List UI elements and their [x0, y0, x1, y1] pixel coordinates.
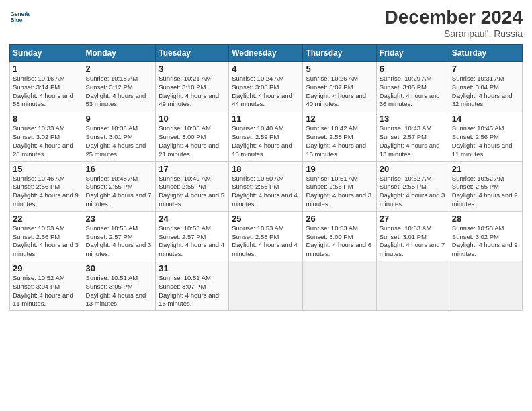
day-info: Sunrise: 10:36 AM Sunset: 3:01 PM Daylig… [86, 124, 153, 158]
day-info: Sunrise: 10:53 AM Sunset: 2:56 PM Daylig… [13, 224, 80, 259]
table-row: 10Sunrise: 10:38 AM Sunset: 3:00 PM Dayl… [156, 111, 229, 161]
day-number: 11 [232, 113, 300, 124]
day-number: 16 [86, 164, 153, 174]
day-number: 25 [232, 214, 300, 224]
day-info: Sunrise: 10:16 AM Sunset: 3:14 PM Daylig… [13, 75, 80, 109]
day-info: Sunrise: 10:46 AM Sunset: 2:56 PM Daylig… [13, 175, 80, 209]
day-number: 21 [452, 164, 519, 174]
table-row: 15Sunrise: 10:46 AM Sunset: 2:56 PM Dayl… [10, 161, 83, 211]
table-row: 20Sunrise: 10:52 AM Sunset: 2:55 PM Dayl… [376, 161, 449, 211]
day-info: Sunrise: 10:53 AM Sunset: 3:02 PM Daylig… [452, 224, 519, 259]
header-wednesday: Wednesday [229, 45, 303, 62]
table-row: 1Sunrise: 10:16 AM Sunset: 3:14 PM Dayli… [10, 62, 83, 111]
title-block: December 2024 Saranpaul', Russia [385, 7, 523, 39]
table-row: 16Sunrise: 10:48 AM Sunset: 2:55 PM Dayl… [83, 161, 156, 211]
day-info: Sunrise: 10:52 AM Sunset: 2:55 PM Daylig… [452, 175, 519, 209]
table-row: 13Sunrise: 10:43 AM Sunset: 2:57 PM Dayl… [376, 111, 449, 161]
header-monday: Monday [83, 45, 156, 62]
day-number: 2 [86, 64, 153, 74]
table-row: 12Sunrise: 10:42 AM Sunset: 2:58 PM Dayl… [303, 111, 376, 161]
day-info: Sunrise: 10:18 AM Sunset: 3:12 PM Daylig… [86, 75, 153, 109]
day-info: Sunrise: 10:21 AM Sunset: 3:10 PM Daylig… [159, 75, 226, 109]
table-row: 9Sunrise: 10:36 AM Sunset: 3:01 PM Dayli… [83, 111, 156, 161]
day-number: 31 [159, 263, 226, 273]
table-row: 8Sunrise: 10:33 AM Sunset: 3:02 PM Dayli… [10, 111, 83, 161]
day-number: 12 [306, 113, 373, 124]
day-number: 20 [380, 164, 446, 174]
day-info: Sunrise: 10:52 AM Sunset: 2:55 PM Daylig… [380, 175, 446, 209]
day-info: Sunrise: 10:42 AM Sunset: 2:58 PM Daylig… [306, 124, 373, 158]
table-row: 17Sunrise: 10:49 AM Sunset: 2:55 PM Dayl… [156, 161, 229, 211]
day-info: Sunrise: 10:51 AM Sunset: 2:55 PM Daylig… [306, 175, 373, 209]
day-info: Sunrise: 10:45 AM Sunset: 2:56 PM Daylig… [452, 124, 519, 158]
header-tuesday: Tuesday [156, 45, 229, 62]
page-container: General Blue December 2024 Saranpaul', R… [0, 0, 532, 318]
day-number: 22 [13, 214, 80, 224]
day-number: 6 [380, 64, 446, 74]
table-row: 2Sunrise: 10:18 AM Sunset: 3:12 PM Dayli… [83, 62, 156, 111]
header-thursday: Thursday [303, 45, 376, 62]
table-row [376, 261, 449, 311]
logo-icon: General Blue [9, 7, 30, 27]
day-info: Sunrise: 10:52 AM Sunset: 3:04 PM Daylig… [13, 274, 80, 308]
day-number: 8 [13, 113, 80, 124]
day-info: Sunrise: 10:26 AM Sunset: 3:07 PM Daylig… [306, 75, 373, 109]
table-row: 25Sunrise: 10:53 AM Sunset: 2:58 PM Dayl… [229, 211, 303, 261]
table-row: 3Sunrise: 10:21 AM Sunset: 3:10 PM Dayli… [156, 62, 229, 111]
day-number: 18 [232, 164, 300, 174]
day-info: Sunrise: 10:53 AM Sunset: 3:00 PM Daylig… [306, 224, 373, 259]
day-number: 24 [159, 214, 226, 224]
calendar-row: 22Sunrise: 10:53 AM Sunset: 2:56 PM Dayl… [10, 211, 523, 261]
table-row: 4Sunrise: 10:24 AM Sunset: 3:08 PM Dayli… [229, 62, 303, 111]
day-info: Sunrise: 10:40 AM Sunset: 2:59 PM Daylig… [232, 124, 300, 158]
table-row: 29Sunrise: 10:52 AM Sunset: 3:04 PM Dayl… [10, 261, 83, 311]
day-number: 4 [232, 64, 300, 74]
day-number: 15 [13, 164, 80, 174]
day-number: 9 [86, 113, 153, 124]
day-number: 3 [159, 64, 226, 74]
location-title: Saranpaul', Russia [385, 28, 523, 39]
table-row: 27Sunrise: 10:53 AM Sunset: 3:01 PM Dayl… [376, 211, 449, 261]
day-number: 17 [159, 164, 226, 174]
day-info: Sunrise: 10:33 AM Sunset: 3:02 PM Daylig… [13, 124, 80, 158]
day-info: Sunrise: 10:31 AM Sunset: 3:04 PM Daylig… [452, 75, 519, 109]
table-row: 30Sunrise: 10:51 AM Sunset: 3:05 PM Dayl… [83, 261, 156, 311]
table-row: 7Sunrise: 10:31 AM Sunset: 3:04 PM Dayli… [449, 62, 522, 111]
table-row: 21Sunrise: 10:52 AM Sunset: 2:55 PM Dayl… [449, 161, 522, 211]
calendar-row: 1Sunrise: 10:16 AM Sunset: 3:14 PM Dayli… [10, 62, 523, 111]
day-info: Sunrise: 10:53 AM Sunset: 2:57 PM Daylig… [86, 224, 153, 259]
table-row: 5Sunrise: 10:26 AM Sunset: 3:07 PM Dayli… [303, 62, 376, 111]
calendar-row: 15Sunrise: 10:46 AM Sunset: 2:56 PM Dayl… [10, 161, 523, 211]
day-number: 30 [86, 263, 153, 273]
day-info: Sunrise: 10:53 AM Sunset: 3:01 PM Daylig… [380, 224, 446, 259]
weekday-header-row: Sunday Monday Tuesday Wednesday Thursday… [10, 45, 523, 62]
day-number: 23 [86, 214, 153, 224]
table-row: 14Sunrise: 10:45 AM Sunset: 2:56 PM Dayl… [449, 111, 522, 161]
day-number: 28 [452, 214, 519, 224]
table-row: 26Sunrise: 10:53 AM Sunset: 3:00 PM Dayl… [303, 211, 376, 261]
day-info: Sunrise: 10:51 AM Sunset: 3:05 PM Daylig… [86, 274, 153, 308]
day-number: 19 [306, 164, 373, 174]
header: General Blue December 2024 Saranpaul', R… [9, 7, 523, 39]
month-title: December 2024 [385, 7, 523, 28]
day-number: 27 [380, 214, 446, 224]
day-info: Sunrise: 10:50 AM Sunset: 2:55 PM Daylig… [232, 175, 300, 209]
calendar-table: Sunday Monday Tuesday Wednesday Thursday… [9, 44, 523, 311]
header-friday: Friday [376, 45, 449, 62]
table-row: 23Sunrise: 10:53 AM Sunset: 2:57 PM Dayl… [83, 211, 156, 261]
table-row [229, 261, 303, 311]
calendar-row: 29Sunrise: 10:52 AM Sunset: 3:04 PM Dayl… [10, 261, 523, 311]
header-saturday: Saturday [449, 45, 522, 62]
day-number: 14 [452, 113, 519, 124]
logo: General Blue [9, 7, 32, 27]
day-info: Sunrise: 10:53 AM Sunset: 2:57 PM Daylig… [159, 224, 226, 259]
day-number: 10 [159, 113, 226, 124]
day-number: 7 [452, 64, 519, 74]
day-number: 13 [380, 113, 446, 124]
day-number: 26 [306, 214, 373, 224]
calendar-row: 8Sunrise: 10:33 AM Sunset: 3:02 PM Dayli… [10, 111, 523, 161]
day-info: Sunrise: 10:38 AM Sunset: 3:00 PM Daylig… [159, 124, 226, 158]
table-row: 18Sunrise: 10:50 AM Sunset: 2:55 PM Dayl… [229, 161, 303, 211]
table-row: 19Sunrise: 10:51 AM Sunset: 2:55 PM Dayl… [303, 161, 376, 211]
day-number: 1 [13, 64, 80, 74]
